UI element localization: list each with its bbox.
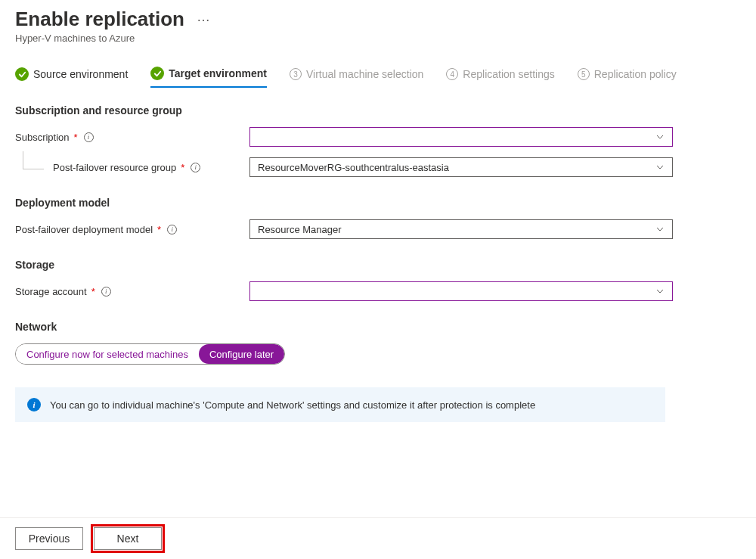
section-title: Network <box>15 321 741 333</box>
info-icon[interactable]: i <box>84 132 94 142</box>
step-number-icon: 5 <box>578 68 590 80</box>
step-label: Replication policy <box>594 68 677 80</box>
dropdown-value: ResourceMoverRG-southcentralus-eastasia <box>258 162 449 173</box>
check-icon <box>15 67 29 81</box>
section-title: Storage <box>15 259 741 271</box>
dropdown-value: Resource Manager <box>258 224 342 235</box>
chevron-down-icon <box>655 163 665 172</box>
step-label: Source environment <box>33 68 128 80</box>
info-message-text: You can go to individual machine's 'Comp… <box>50 399 535 411</box>
step-number-icon: 3 <box>290 68 302 80</box>
section-deployment: Deployment model Post-failover deploymen… <box>15 197 741 239</box>
label-text: Post-failover deployment model <box>15 224 153 235</box>
section-network: Network Configure now for selected machi… <box>15 321 741 365</box>
step-target-environment[interactable]: Target environment <box>150 67 267 88</box>
info-icon[interactable]: i <box>101 287 111 297</box>
deployment-model-label: Post-failover deployment model * i <box>15 224 249 235</box>
configure-now-option[interactable]: Configure now for selected machines <box>16 344 199 364</box>
required-marker: * <box>74 132 78 143</box>
more-actions-icon[interactable]: … <box>197 9 211 30</box>
step-label: Replication settings <box>463 68 554 80</box>
step-number-icon: 4 <box>446 68 458 80</box>
page-title: Enable replication <box>15 8 184 31</box>
storage-account-dropdown[interactable] <box>249 281 673 301</box>
page-subtitle: Hyper-V machines to Azure <box>15 33 741 44</box>
chevron-down-icon <box>655 132 665 141</box>
label-text: Storage account <box>15 286 87 297</box>
step-label: Target environment <box>169 67 267 79</box>
label-text: Subscription <box>15 132 70 143</box>
subscription-dropdown[interactable] <box>249 127 673 147</box>
section-storage: Storage Storage account * i <box>15 259 741 301</box>
next-button[interactable]: Next <box>94 527 162 550</box>
chevron-down-icon <box>655 225 665 234</box>
wizard-steps: Source environment Target environment 3 … <box>15 67 741 88</box>
step-label: Virtual machine selection <box>306 68 423 80</box>
deployment-model-dropdown[interactable]: Resource Manager <box>249 219 673 239</box>
info-glyph: i <box>33 400 35 409</box>
configure-later-option[interactable]: Configure later <box>199 344 284 364</box>
info-icon[interactable]: i <box>191 163 200 172</box>
section-title: Subscription and resource group <box>15 104 741 116</box>
step-source-environment[interactable]: Source environment <box>15 67 128 88</box>
required-marker: * <box>157 224 161 235</box>
network-config-toggle: Configure now for selected machines Conf… <box>15 343 285 365</box>
section-title: Deployment model <box>15 197 741 209</box>
step-vm-selection[interactable]: 3 Virtual machine selection <box>290 67 423 88</box>
step-replication-policy[interactable]: 5 Replication policy <box>578 67 677 88</box>
check-icon <box>150 67 164 80</box>
resource-group-dropdown[interactable]: ResourceMoverRG-southcentralus-eastasia <box>249 157 673 177</box>
info-message-box: i You can go to individual machine's 'Co… <box>15 387 665 422</box>
label-text: Post-failover resource group <box>53 162 176 173</box>
chevron-down-icon <box>655 287 665 296</box>
section-subscription: Subscription and resource group Subscrip… <box>15 104 741 177</box>
required-marker: * <box>91 286 95 297</box>
wizard-footer: Previous Next <box>0 517 756 559</box>
previous-button[interactable]: Previous <box>15 527 83 550</box>
info-icon: i <box>27 398 41 411</box>
info-icon[interactable]: i <box>167 225 177 234</box>
tree-line <box>23 151 44 169</box>
subscription-label: Subscription * i <box>15 132 249 143</box>
storage-account-label: Storage account * i <box>15 286 249 297</box>
required-marker: * <box>181 162 184 173</box>
step-replication-settings[interactable]: 4 Replication settings <box>446 67 554 88</box>
resource-group-label: Post-failover resource group * i <box>15 162 249 173</box>
